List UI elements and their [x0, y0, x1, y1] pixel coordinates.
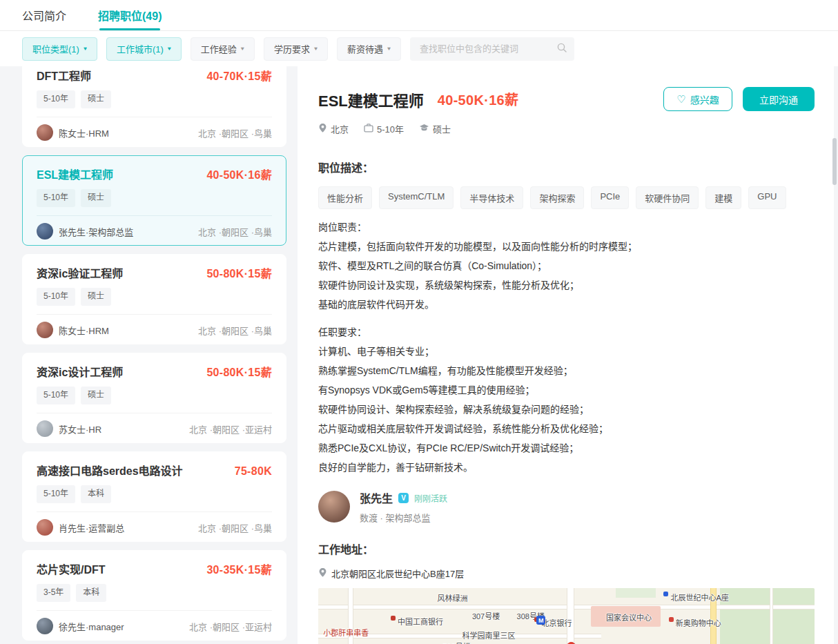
- job-tag: 硕士: [81, 387, 111, 404]
- job-salary: 75-80K: [235, 465, 272, 478]
- keyword-tag: SystemC/TLM: [379, 186, 454, 209]
- map-label: 科学园南里三区: [462, 630, 516, 641]
- chevron-down-icon: ▾: [387, 46, 391, 52]
- recruiter-name: 苏女士·HR: [59, 422, 101, 436]
- recruiter-avatar: [37, 322, 53, 338]
- job-tag: 5-10年: [37, 288, 75, 306]
- filter-job-type[interactable]: 职位类型(1) ▾: [22, 37, 97, 61]
- job-tag: 5-10年: [37, 485, 75, 503]
- detail-experience: 5-10年: [377, 122, 404, 135]
- bank-icon: [391, 616, 396, 621]
- keyword-tag: PCIe: [591, 186, 629, 209]
- filter-city[interactable]: 工作城市(1) ▾: [106, 37, 182, 61]
- job-location: 北京 ·朝阳区 ·鸟巢: [198, 324, 272, 337]
- job-card[interactable]: 芯片实现/DFT 30-35K·15薪 3-5年 本科 徐先生·manager …: [22, 550, 286, 641]
- desc-line: 芯片建模，包括面向软件开发的功能模型，以及面向性能分析的时序模型；: [318, 237, 815, 256]
- map-label: 风林绿洲: [438, 592, 468, 603]
- recruiter-name: 张先生·架构部总监: [59, 225, 133, 238]
- recruiter-avatar: [37, 124, 53, 141]
- job-card[interactable]: 资深ic设计工程师 50-80K·15薪 5-10年 硕士 苏女士·HR 北京 …: [22, 353, 286, 443]
- recruiter-avatar: [37, 223, 53, 240]
- keyword-tag: GPU: [748, 186, 786, 209]
- metro-station-icon: M: [536, 616, 545, 625]
- job-title: DFT工程师: [37, 67, 91, 84]
- job-tag: 硕士: [81, 288, 111, 306]
- chevron-down-icon: ▾: [314, 46, 318, 52]
- recruiter-active-status: 刚刚活跃: [414, 492, 447, 504]
- job-card[interactable]: 资深ic验证工程师 50-80K·15薪 5-10年 硕士 陈女士·HRM 北京…: [22, 254, 286, 344]
- job-location: 北京 ·朝阳区 ·鸟巢: [198, 126, 272, 139]
- filter-city-label: 工作城市(1): [117, 42, 164, 55]
- job-salary: 50-80K·15薪: [206, 264, 272, 281]
- chevron-down-icon: ▾: [84, 46, 87, 52]
- map-park-area: [720, 588, 815, 644]
- desc-line: [318, 314, 815, 322]
- job-salary: 30-35K·15薪: [206, 560, 272, 577]
- map-road: [567, 588, 574, 644]
- filter-bar: 职位类型(1) ▾ 工作城市(1) ▾ 工作经验 ▾ 学历要求 ▾ 薪资待遇 ▾: [0, 31, 838, 66]
- search-icon[interactable]: [556, 42, 567, 56]
- recruiter-avatar: [37, 618, 53, 634]
- filter-experience[interactable]: 工作经验 ▾: [191, 37, 255, 61]
- page-scrollbar[interactable]: [832, 138, 837, 185]
- interested-button[interactable]: ♡ 感兴趣: [663, 87, 732, 111]
- map-canvas[interactable]: 风林绿洲 307号楼 308号楼 北辰世纪中心A座 中国工商银行 北京银行 国家…: [318, 588, 815, 644]
- map-label: 国家会议中心: [606, 612, 652, 623]
- filter-degree[interactable]: 学历要求 ▾: [264, 37, 328, 61]
- filter-salary[interactable]: 薪资待遇 ▾: [337, 37, 401, 61]
- map-label: 北京银行: [542, 617, 572, 628]
- desc-line: 芯片驱动或相关底层软件开发调试经验，系统性能分析及优化经验；: [318, 419, 815, 438]
- filter-degree-label: 学历要求: [274, 42, 310, 55]
- content-area: DFT工程师 40-70K·15薪 5-10年 硕士 陈女士·HRM 北京 ·朝…: [0, 66, 838, 644]
- job-location: 北京 ·朝阳区 ·亚运村: [189, 620, 272, 633]
- map-label: 北辰世纪中心A座: [670, 592, 728, 603]
- job-salary: 40-70K·15薪: [206, 67, 272, 84]
- heart-icon: ♡: [676, 93, 685, 106]
- address-pin-icon: [318, 567, 327, 580]
- recruiter-name: 张先生: [360, 489, 393, 506]
- recruiter-name: 陈女士·HRM: [59, 324, 109, 337]
- recruiter-name: 陈女士·HRM: [59, 126, 109, 139]
- keyword-search: [410, 37, 574, 61]
- map-label: 新奥购物中心: [676, 617, 721, 628]
- job-title: 芯片实现/DFT: [37, 560, 106, 577]
- keyword-tag: 性能分析: [318, 186, 372, 209]
- keyword-tag: 半导体技术: [460, 186, 523, 209]
- job-tag: 5-10年: [37, 387, 75, 404]
- job-title: 高速接口电路serdes电路设计: [37, 462, 183, 478]
- desc-line: 软件、模型及RTL之间的联合仿真（Co-Simulation）；: [318, 256, 815, 275]
- map-road: [770, 588, 773, 644]
- desc-line: 基础的底层软件代码开发。: [318, 295, 815, 314]
- experience-briefcase-icon: [364, 124, 373, 135]
- job-tag: 本科: [81, 485, 111, 503]
- tab-job-positions[interactable]: 招聘职位(49): [98, 0, 162, 30]
- job-location: 北京 ·朝阳区 ·亚运村: [189, 422, 272, 436]
- desc-line: 软硬件协同设计、架构探索经验，解决系统级复杂问题的经验；: [318, 400, 815, 419]
- job-card[interactable]: 高速接口电路serdes电路设计 75-80K 5-10年 本科 肖先生·运营副…: [22, 451, 286, 542]
- job-tag: 本科: [76, 584, 106, 602]
- chevron-down-icon: ▾: [241, 46, 244, 52]
- recruiter-block[interactable]: 张先生 V 刚刚活跃 数渡 · 架构部总监: [318, 489, 815, 524]
- location-pin-icon: [318, 123, 327, 135]
- job-description-text: 岗位职责： 芯片建模，包括面向软件开发的功能模型，以及面向性能分析的时序模型； …: [318, 217, 815, 477]
- chat-now-button[interactable]: 立即沟通: [743, 87, 815, 111]
- tab-company-intro[interactable]: 公司简介: [22, 0, 66, 30]
- job-card-selected[interactable]: ESL建模工程师 40-50K·16薪 5-10年 硕士 张先生·架构部总监 北…: [22, 155, 286, 246]
- job-detail-panel: ESL建模工程师 40-50K·16薪 ♡ 感兴趣 立即沟通 北京: [298, 66, 834, 644]
- job-card[interactable]: DFT工程师 40-70K·15薪 5-10年 硕士 陈女士·HRM 北京 ·朝…: [22, 66, 286, 147]
- detail-degree: 硕士: [433, 122, 451, 135]
- job-description-heading: 职位描述：: [318, 159, 815, 175]
- map-label: 中国工商银行: [398, 616, 443, 627]
- recruiter-avatar: [37, 519, 53, 536]
- job-location: 北京 ·朝阳区 ·鸟巢: [198, 225, 272, 238]
- desc-line: 软硬件协同设计及实现，系统级架构探索，性能分析及优化；: [318, 275, 815, 295]
- detail-job-title: ESL建模工程师: [318, 88, 424, 110]
- job-list: DFT工程师 40-70K·15薪 5-10年 硕士 陈女士·HRM 北京 ·朝…: [22, 66, 286, 644]
- keyword-search-input[interactable]: [420, 43, 556, 54]
- job-tag: 硕士: [81, 90, 111, 108]
- desc-line: 计算机、电子等相关专业；: [318, 342, 815, 361]
- company-tabs: 公司简介 招聘职位(49): [0, 0, 838, 31]
- job-title: ESL建模工程师: [37, 166, 113, 182]
- keyword-tag: 建模: [705, 186, 741, 209]
- desc-line: 熟悉PCIe及CXL协议，有PCIe RC/EP/Switch开发调试经验；: [318, 438, 815, 458]
